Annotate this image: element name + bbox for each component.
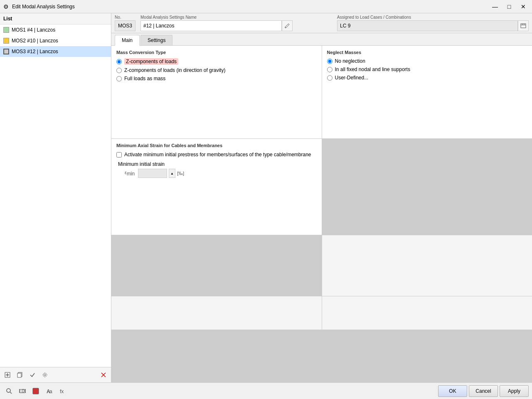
svg-rect-11 xyxy=(521,24,526,28)
no-value-box: MOS3 xyxy=(115,20,135,31)
assigned-col: Assigned to Load Cases / Combinations LC… xyxy=(337,15,529,31)
name-label: Modal Analysis Settings Name xyxy=(140,15,332,20)
copy-item-button[interactable] xyxy=(14,369,26,381)
sidebar-toolbar xyxy=(0,367,111,382)
svg-rect-19 xyxy=(33,388,39,394)
right-panel: No. MOS3 Modal Analysis Settings Name #1… xyxy=(111,13,532,382)
neglect-radio2[interactable] xyxy=(327,67,332,72)
min-axial-strain-title: Minimum Axial Strain for Cables and Memb… xyxy=(116,143,317,148)
neglect-opt3-label: User-Defined... xyxy=(335,75,369,81)
no-col: No. MOS3 xyxy=(115,15,135,31)
assigned-value: LC 9 xyxy=(340,23,350,29)
assigned-label: Assigned to Load Cases / Combinations xyxy=(337,15,529,20)
neglect-opt1-label: No neglection xyxy=(335,58,365,64)
cancel-button[interactable]: Cancel xyxy=(469,385,498,397)
sidebar: List MOS1 #4 | Lanczos MOS2 #10 | Lanczo… xyxy=(0,13,111,382)
strain-row: εmin ▲ [‰] xyxy=(125,169,317,178)
edit-assigned-button[interactable] xyxy=(518,20,529,31)
check-item-button[interactable] xyxy=(27,369,38,381)
title-bar: ⚙ Edit Modal Analysis Settings — □ ✕ xyxy=(0,0,532,13)
ok-button[interactable]: OK xyxy=(438,385,467,397)
title-bar-icon: ⚙ xyxy=(3,3,9,10)
neglect-opt3[interactable]: User-Defined... xyxy=(327,75,527,81)
function-tool-button[interactable]: fx xyxy=(57,385,68,397)
neglect-opt2[interactable]: In all fixed nodal and line supports xyxy=(327,66,527,72)
content-area: List MOS1 #4 | Lanczos MOS2 #10 | Lanczo… xyxy=(0,13,532,382)
settings-grid: Mass Conversion Type Z-components of loa… xyxy=(111,46,532,382)
svg-point-15 xyxy=(7,389,10,392)
neglect-opt1[interactable]: No neglection xyxy=(327,58,527,64)
name-value: #12 | Lanczos xyxy=(143,23,175,29)
assigned-value-box: LC 9 xyxy=(337,20,518,31)
empty-panel-bottom-right xyxy=(322,296,532,330)
activate-checkbox[interactable] xyxy=(116,152,122,158)
color-tool-button[interactable] xyxy=(30,385,42,397)
settings-item-button[interactable] xyxy=(39,369,51,381)
svg-line-16 xyxy=(10,392,12,394)
svg-text:0.00: 0.00 xyxy=(19,388,26,394)
svg-line-8 xyxy=(288,24,289,25)
mass-conversion-radio1[interactable] xyxy=(116,59,122,64)
sidebar-item-mos3[interactable]: MOS3 #12 | Lanczos xyxy=(0,46,111,57)
tab-main[interactable]: Main xyxy=(115,35,140,46)
neglect-radio1[interactable] xyxy=(327,59,332,64)
minimize-button[interactable]: — xyxy=(490,1,500,12)
add-item-button[interactable] xyxy=(2,369,13,381)
mass-conversion-options: Z-components of loads Z-components of lo… xyxy=(116,58,317,81)
svg-point-5 xyxy=(44,374,46,376)
close-button[interactable]: ✕ xyxy=(518,1,529,12)
main-container: List MOS1 #4 | Lanczos MOS2 #10 | Lanczo… xyxy=(0,13,532,399)
neglect-opt2-label: In all fixed nodal and line supports xyxy=(335,66,410,72)
strain-up-button[interactable]: ▲ xyxy=(169,169,175,178)
edit-name-button[interactable] xyxy=(282,20,293,31)
value-tool-button[interactable]: 0.00 xyxy=(17,385,28,397)
sidebar-item-mos2[interactable]: MOS2 #10 | Lanczos xyxy=(0,35,111,46)
mass-conversion-opt3[interactable]: Full loads as mass xyxy=(116,76,317,81)
mass-conversion-opt2-label: Z-components of loads (in direction of g… xyxy=(124,67,225,73)
bottom-toolbar: 0.00 Aa fx OK Cancel Apply xyxy=(0,382,532,399)
mass-conversion-opt2[interactable]: Z-components of loads (in direction of g… xyxy=(116,67,317,73)
tab-settings[interactable]: Settings xyxy=(140,35,172,45)
empty-panel-top-right xyxy=(322,235,532,296)
empty-panel-bottom-left xyxy=(111,296,322,330)
name-col: Modal Analysis Settings Name #12 | Lancz… xyxy=(140,15,332,31)
mass-conversion-opt3-label: Full loads as mass xyxy=(124,76,165,81)
title-bar-title: Edit Modal Analysis Settings xyxy=(12,4,486,10)
mass-conversion-panel: Mass Conversion Type Z-components of loa… xyxy=(111,46,322,138)
mass-conversion-title: Mass Conversion Type xyxy=(116,50,317,55)
neglect-masses-panel: Neglect Masses No neglection In all fixe… xyxy=(322,46,532,138)
apply-button[interactable]: Apply xyxy=(500,385,529,397)
mass-conversion-radio3[interactable] xyxy=(116,76,122,81)
sidebar-header: List xyxy=(0,13,111,25)
sidebar-item-mos1-label: MOS1 #4 | Lanczos xyxy=(12,27,55,33)
svg-text:a: a xyxy=(49,389,52,394)
no-value: MOS3 xyxy=(118,23,132,29)
strain-input[interactable] xyxy=(138,169,167,178)
maximize-button[interactable]: □ xyxy=(504,1,515,12)
mos2-color-box xyxy=(3,38,9,44)
mass-conversion-opt1[interactable]: Z-components of loads xyxy=(116,58,317,65)
mass-conversion-radio2[interactable] xyxy=(116,68,122,73)
delete-item-button[interactable] xyxy=(98,369,109,381)
mos3-color-box xyxy=(3,49,9,54)
neglect-radio3[interactable] xyxy=(327,75,332,81)
sidebar-list: MOS1 #4 | Lanczos MOS2 #10 | Lanczos MOS… xyxy=(0,25,111,367)
activate-checkbox-row: Activate minimum initial prestress for m… xyxy=(116,151,317,158)
name-value-box[interactable]: #12 | Lanczos xyxy=(140,20,282,31)
mos1-color-box xyxy=(3,27,9,33)
neglect-masses-options: No neglection In all fixed nodal and lin… xyxy=(327,58,527,81)
sidebar-item-mos2-label: MOS2 #10 | Lanczos xyxy=(12,38,58,44)
sidebar-item-mos1[interactable]: MOS1 #4 | Lanczos xyxy=(0,25,111,35)
search-tool-button[interactable] xyxy=(3,385,15,397)
svg-text:fx: fx xyxy=(60,389,64,394)
sidebar-item-mos3-label: MOS3 #12 | Lanczos xyxy=(12,49,58,54)
font-tool-button[interactable]: Aa xyxy=(43,385,55,397)
strain-label: εmin xyxy=(125,170,136,177)
svg-rect-4 xyxy=(17,373,21,377)
mass-conversion-opt1-label: Z-components of loads xyxy=(124,58,178,65)
strain-unit: [‰] xyxy=(177,171,184,176)
no-label: No. xyxy=(115,15,135,20)
sublabel: Minimum initial strain xyxy=(118,161,317,167)
top-info-row: No. MOS3 Modal Analysis Settings Name #1… xyxy=(111,13,532,33)
tab-bar: Main Settings xyxy=(111,33,532,46)
